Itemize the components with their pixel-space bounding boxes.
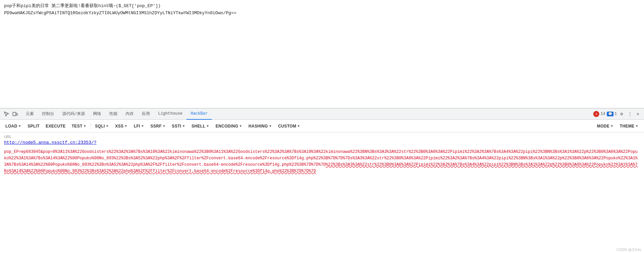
tab-elements[interactable]: 元素 [22, 108, 38, 120]
test-button[interactable]: TEST ▼ [69, 123, 89, 130]
tab-sources[interactable]: 源代码/来源 [58, 108, 89, 120]
devtools-tabs: 元素 控制台 源代码/来源 网络 性能 内存 应用 Lighthouse Hac… [22, 108, 593, 120]
ssti-button[interactable]: SSTI ▼ [169, 123, 188, 130]
load-arrow: ▼ [18, 124, 21, 128]
page-content: pop子和pipi美的日常 第二季更新啦!看番获取hint哦~($_GET['p… [0, 0, 644, 108]
tab-lighthouse[interactable]: Lighthouse [154, 108, 186, 120]
split-button[interactable]: SPLIT [25, 123, 42, 130]
lfi-button[interactable]: LFI ▼ [131, 123, 147, 130]
error-badge: ✕ [593, 111, 599, 117]
xss-button[interactable]: XSS ▼ [112, 123, 130, 130]
error-count: 14 [600, 112, 605, 116]
tab-performance[interactable]: 性能 [105, 108, 121, 120]
svg-rect-0 [13, 112, 16, 116]
sqli-arrow: ▼ [106, 124, 109, 128]
content-line2: PD9waHAKJGZsYWcgPSAiTINTQ1RGezdkYzkyZTI0… [4, 10, 640, 17]
custom-button[interactable]: CUSTOM ▼ [275, 123, 303, 130]
device-icon[interactable] [12, 110, 19, 118]
message-count: 1 [615, 112, 617, 116]
mode-arrow: ▼ [610, 124, 614, 128]
devtools-tabbar: 元素 控制台 源代码/来源 网络 性能 内存 应用 Lighthouse Hac… [0, 108, 644, 120]
more-icon[interactable]: ⋮ [626, 111, 633, 117]
url-label: URL [4, 135, 640, 139]
theme-arrow: ▼ [635, 124, 639, 128]
mode-button[interactable]: MODE ▼ [594, 123, 616, 130]
url-value[interactable]: http://node5.anna.nssctf.cn:23353/? [4, 139, 640, 146]
ssti-arrow: ▼ [182, 124, 185, 128]
message-badge: 💬 [607, 112, 614, 116]
load-button[interactable]: LOAD ▼ [3, 123, 24, 130]
tab-console[interactable]: 控制台 [38, 108, 58, 120]
ssrf-arrow: ▼ [162, 124, 166, 128]
divider-1 [91, 123, 91, 130]
devtools-right-controls: ✕ 14 💬 1 ⚙ ⋮ ✕ [593, 111, 641, 117]
hackbar-toolbar: LOAD ▼ SPLIT EXECUTE TEST ▼ SQLI ▼ XSS ▼… [0, 120, 644, 133]
sqli-button[interactable]: SQLI ▼ [92, 123, 112, 130]
encoding-arrow: ▼ [239, 124, 242, 128]
toolbar-right: MODE ▼ THEME ▼ [594, 123, 641, 130]
svg-rect-1 [16, 113, 18, 115]
lfi-arrow: ▼ [141, 124, 144, 128]
close-icon[interactable]: ✕ [635, 111, 641, 117]
devtools-icons [3, 110, 19, 118]
tab-hackbar[interactable]: HackBar [186, 108, 212, 120]
content-line1: pop子和pipi美的日常 第二季更新啦!看番获取hint哦~($_GET['p… [4, 3, 640, 10]
tab-network[interactable]: 网络 [89, 108, 105, 120]
settings-icon[interactable]: ⚙ [618, 111, 625, 117]
hackbar-payload[interactable]: pop_EP=ep683045&pop=0%3A11%3A%22Goodsist… [0, 148, 644, 176]
custom-arrow: ▼ [297, 124, 300, 128]
test-arrow: ▼ [83, 124, 87, 128]
hashing-arrow: ▼ [269, 124, 272, 128]
hashing-button[interactable]: HASHING ▼ [246, 123, 275, 130]
tab-memory[interactable]: 内存 [121, 108, 138, 120]
hackbar-url-area: URL http://node5.anna.nssctf.cn:23353/? [0, 133, 644, 148]
ssrf-button[interactable]: SSRF ▼ [148, 123, 168, 130]
tab-application[interactable]: 应用 [138, 108, 154, 120]
theme-button[interactable]: THEME ▼ [617, 123, 641, 130]
encoding-button[interactable]: ENCODING ▼ [213, 123, 245, 130]
inspect-icon[interactable] [3, 110, 10, 118]
shell-button[interactable]: SHELL ▼ [189, 123, 212, 130]
execute-button[interactable]: EXECUTE [43, 123, 68, 130]
shell-arrow: ▼ [206, 124, 209, 128]
xss-arrow: ▼ [124, 124, 128, 128]
